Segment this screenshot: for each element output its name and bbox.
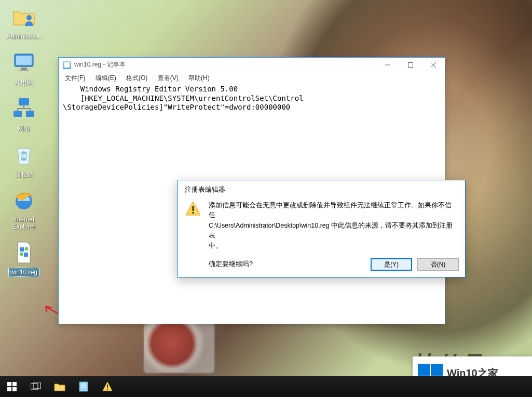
notepad-icon — [63, 61, 71, 69]
notepad-window: win10.reg - 记事本 文件(F) 编辑(E) 格式(O) 查看(V) … — [58, 57, 445, 324]
svg-rect-9 — [20, 247, 24, 252]
notepad-menubar: 文件(F) 编辑(E) 格式(O) 查看(V) 帮助(H) — [59, 72, 445, 84]
start-button[interactable] — [0, 376, 24, 397]
no-button[interactable]: 否(N) — [417, 258, 459, 271]
network-icon — [11, 96, 36, 121]
icon-label: win10.reg — [8, 268, 39, 277]
svg-rect-12 — [24, 253, 28, 257]
ie-icon — [11, 189, 36, 214]
wallpaper-badge — [143, 322, 215, 374]
svg-rect-4 — [19, 70, 29, 71]
svg-point-0 — [26, 15, 32, 20]
svg-rect-24 — [107, 389, 108, 390]
svg-rect-14 — [193, 206, 194, 211]
recycle-bin-icon — [11, 142, 36, 167]
dialog-title: 注册表编辑器 — [178, 180, 465, 197]
desktop: Administra... 此电脑 网络 回收站 Internet Explor… — [0, 0, 532, 397]
icon-label: 此电脑 — [15, 78, 33, 87]
svg-rect-13 — [408, 62, 413, 67]
svg-rect-15 — [193, 212, 194, 214]
folder-user-icon — [11, 4, 36, 29]
menu-edit[interactable]: 编辑(E) — [91, 72, 120, 84]
svg-rect-7 — [26, 111, 34, 117]
svg-rect-10 — [25, 247, 28, 250]
svg-rect-6 — [13, 111, 22, 117]
icon-ie[interactable]: Internet Explorer — [4, 189, 44, 231]
yes-button[interactable]: 是(Y) — [371, 258, 412, 271]
svg-rect-16 — [7, 382, 11, 386]
icon-label: Administra... — [7, 33, 42, 40]
notepad-titlebar[interactable]: win10.reg - 记事本 — [59, 58, 445, 72]
menu-view[interactable]: 查看(V) — [154, 72, 183, 84]
icon-this-pc[interactable]: 此电脑 — [4, 50, 44, 87]
icon-label: 回收站 — [15, 170, 33, 179]
svg-rect-19 — [12, 387, 17, 391]
svg-rect-18 — [7, 387, 11, 391]
svg-rect-22 — [79, 382, 88, 391]
notepad-content[interactable]: Windows Registry Editor Version 5.00 [HK… — [59, 84, 445, 113]
icon-label: Internet Explorer — [12, 216, 36, 230]
taskbar — [0, 376, 532, 397]
icon-network[interactable]: 网络 — [4, 96, 44, 133]
desktop-icons: Administra... 此电脑 网络 回收站 Internet Explor… — [4, 4, 46, 286]
warning-icon — [185, 201, 201, 217]
svg-rect-11 — [20, 253, 23, 256]
svg-rect-5 — [19, 98, 29, 105]
menu-help[interactable]: 帮助(H) — [184, 72, 214, 84]
reg-file-icon — [11, 240, 36, 265]
taskbar-warning[interactable] — [96, 376, 119, 397]
taskbar-explorer[interactable] — [48, 376, 72, 397]
icon-reg-file[interactable]: win10.reg — [4, 240, 44, 277]
icon-label: 网络 — [18, 124, 30, 133]
menu-file[interactable]: 文件(F) — [61, 72, 89, 84]
taskbar-notepad[interactable] — [72, 376, 96, 397]
svg-rect-17 — [12, 382, 17, 386]
svg-rect-3 — [21, 68, 27, 70]
maximize-button[interactable] — [399, 58, 422, 72]
menu-format[interactable]: 格式(O) — [122, 72, 152, 84]
dialog-buttons: 是(Y) 否(N) — [371, 258, 459, 271]
notepad-title-text: win10.reg - 记事本 — [74, 60, 376, 69]
icon-administrator[interactable]: Administra... — [4, 4, 44, 41]
svg-rect-2 — [16, 56, 32, 65]
monitor-icon — [11, 50, 36, 75]
svg-rect-23 — [107, 385, 108, 388]
icon-recycle-bin[interactable]: 回收站 — [4, 142, 44, 179]
task-view-button[interactable] — [24, 376, 48, 397]
regedit-dialog: 注册表编辑器 添加信息可能会在无意中更改或删除值并导致组件无法继续正常工作。如果… — [177, 180, 466, 277]
close-button[interactable] — [422, 58, 445, 72]
minimize-button[interactable] — [376, 58, 399, 72]
